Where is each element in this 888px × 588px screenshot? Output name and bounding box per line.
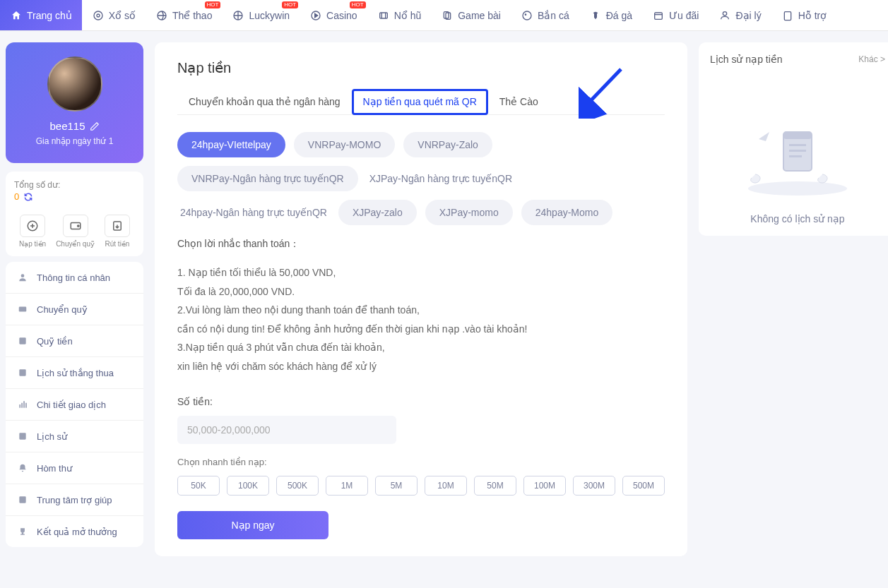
svg-rect-21 (19, 433, 25, 439)
svg-rect-19 (19, 337, 25, 344)
nav-label: Thể thao (172, 10, 212, 21)
nav-agent[interactable]: Đại lý (709, 0, 771, 30)
help-icon (17, 494, 28, 505)
withdraw-icon (105, 215, 130, 237)
tab-scratch[interactable]: Thẻ Cào (488, 89, 550, 114)
menu-list: Thông tin cá nhân Chuyển quỹ Quỹ tiền Lị… (6, 262, 143, 547)
deposit-tabs: Chuyển khoản qua thẻ ngân hàng Nạp tiền … (177, 89, 665, 115)
menu-winloss[interactable]: Lịch sử thắng thua (6, 357, 143, 389)
quick-100k[interactable]: 100K (227, 476, 269, 496)
promo-icon (652, 9, 665, 22)
menu-inbox[interactable]: Hòm thư (6, 452, 143, 484)
list-icon (17, 367, 28, 378)
chart-icon (17, 399, 28, 410)
reminder-title: Chọn lời nhắc thanh toán： (177, 238, 665, 251)
nav-lottery[interactable]: Xổ số (82, 0, 146, 30)
menu-profile[interactable]: Thông tin cá nhân (6, 262, 143, 294)
menu-fund[interactable]: Quỹ tiền (6, 325, 143, 357)
nav-luckywin[interactable]: Luckywin HOT (222, 0, 300, 30)
nav-fish[interactable]: Bắn cá (511, 0, 579, 30)
svg-point-11 (723, 11, 727, 15)
nav-cards[interactable]: Game bài (431, 0, 511, 30)
chip-24hpay-bank[interactable]: 24hpay-Ngân hàng trực tuyếnQR (177, 200, 330, 225)
quick-500m[interactable]: 500M (622, 476, 665, 496)
svg-point-9 (525, 14, 526, 15)
svg-point-24 (748, 181, 847, 196)
chip-xjpay-momo[interactable]: XJPay-momo (425, 200, 513, 225)
chip-xjpay-zalo[interactable]: XJPay-zalo (338, 200, 417, 225)
chip-24hpay-momo[interactable]: 24hpay-Momo (521, 200, 613, 225)
hot-badge: HOT (282, 1, 298, 8)
svg-point-17 (21, 274, 25, 277)
avatar[interactable] (47, 56, 102, 112)
nav-support[interactable]: Hỗ trợ (771, 0, 837, 30)
nav-cockfight[interactable]: Đá gà (579, 0, 642, 30)
menu-help[interactable]: Trung tâm trợ giúp (6, 484, 143, 516)
nav-label: Ưu đãi (669, 10, 699, 21)
cards-icon (441, 9, 454, 22)
nav-sports[interactable]: Thể thao HOT (146, 0, 222, 30)
svg-point-8 (523, 11, 531, 20)
menu-transactions[interactable]: Chi tiết giao dịch (6, 389, 143, 421)
nav-label: Game bài (458, 10, 501, 21)
hot-badge: HOT (350, 1, 366, 8)
slots-icon (377, 9, 390, 22)
quick-300m[interactable]: 300M (573, 476, 615, 496)
chip-vnrpay-momo[interactable]: VNRPay-MOMO (294, 132, 395, 157)
chip-vnrpay-bank[interactable]: VNRPay-Ngân hàng trực tuyếnQR (177, 166, 358, 191)
quick-10m[interactable]: 10M (425, 476, 467, 496)
history-more-link[interactable]: Khác > (858, 54, 885, 64)
luckywin-icon (232, 9, 244, 22)
balance-label: Tổng số dư: (14, 180, 135, 190)
nav-label: Đá gà (606, 10, 632, 21)
quick-50k[interactable]: 50K (177, 476, 220, 496)
quick-100m[interactable]: 100M (523, 476, 566, 496)
svg-rect-18 (19, 307, 27, 312)
fish-icon (521, 9, 533, 22)
rooster-icon (589, 9, 602, 22)
quick-1m[interactable]: 1M (326, 476, 368, 496)
refresh-icon[interactable] (23, 192, 33, 202)
withdraw-action[interactable]: Rút tiền (105, 215, 130, 248)
bell-icon (17, 462, 28, 474)
wallet-icon (17, 304, 28, 315)
deposit-action[interactable]: Nạp tiền (19, 215, 46, 248)
nav-label: Trang chủ (27, 10, 72, 21)
empty-text: Không có lịch sử nạp (710, 213, 885, 224)
history-icon (17, 431, 28, 442)
instructions: 1. Nạp tiền tối thiểu là 50,000 VND, Tối… (177, 263, 665, 376)
menu-results[interactable]: Kết quả mở thưởng (6, 516, 143, 547)
tab-qr[interactable]: Nạp tiền qua quét mã QR (352, 89, 488, 115)
chip-24hpay-viettel[interactable]: 24hpay-VIettelpay (177, 132, 285, 157)
balance-amount: 0 (14, 191, 19, 202)
nav-slots[interactable]: Nổ hũ (367, 0, 432, 30)
nav-label: Nổ hũ (394, 10, 422, 21)
menu-transfer[interactable]: Chuyển quỹ (6, 294, 143, 325)
lottery-icon (92, 9, 105, 22)
nav-promo[interactable]: Ưu đãi (642, 0, 709, 30)
submit-button[interactable]: Nạp ngay (177, 511, 328, 539)
quick-label: Chọn nhanh tiền nạp: (177, 457, 665, 467)
svg-rect-28 (789, 150, 806, 152)
empty-illustration (710, 107, 885, 199)
menu-history[interactable]: Lịch sử (6, 421, 143, 452)
amount-input[interactable] (177, 416, 396, 444)
history-panel: Lịch sử nạp tiền Khác > Không có lịch sử… (699, 42, 888, 236)
nav-casino[interactable]: Casino HOT (300, 0, 367, 30)
chip-xjpay-bank[interactable]: XJPay-Ngân hàng trực tuyếnQR (367, 166, 515, 191)
quick-50m[interactable]: 50M (474, 476, 516, 496)
nav-home[interactable]: Trang chủ (0, 0, 82, 30)
svg-rect-12 (784, 11, 791, 20)
username-row[interactable]: bee115 (14, 120, 135, 132)
transfer-action[interactable]: Chuyển quỹ (56, 215, 95, 248)
quick-500k[interactable]: 500K (276, 476, 319, 496)
svg-rect-20 (19, 369, 25, 376)
quick-5m[interactable]: 5M (375, 476, 418, 496)
edit-icon (90, 121, 100, 131)
user-icon (17, 272, 28, 283)
amount-label: Số tiền: (177, 396, 665, 407)
tab-bank[interactable]: Chuyển khoản qua thẻ ngân hàng (177, 89, 352, 114)
page-title: Nạp tiền (177, 59, 665, 76)
svg-point-0 (94, 11, 102, 20)
chip-vnrpay-zalo[interactable]: VNRPay-Zalo (403, 132, 492, 157)
